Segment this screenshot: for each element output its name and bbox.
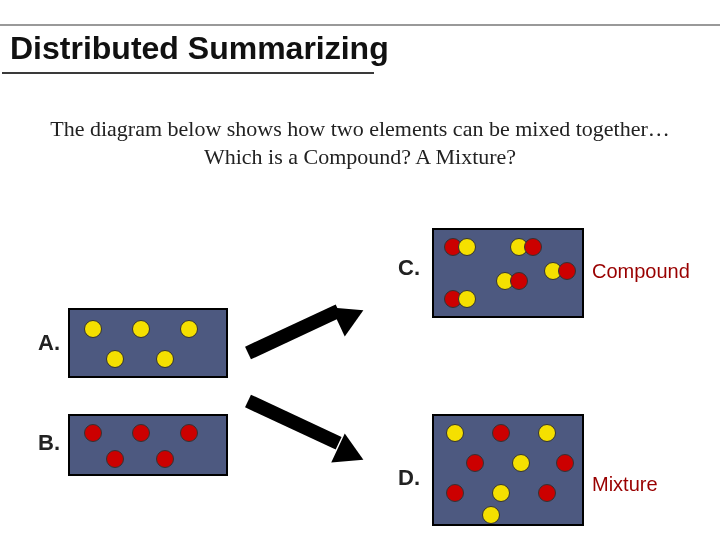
atom-red <box>492 424 510 442</box>
arrow-head-icon <box>331 296 370 337</box>
atom-red <box>446 484 464 502</box>
atom-red <box>132 424 150 442</box>
atom-yellow <box>458 238 476 256</box>
atom-red <box>180 424 198 442</box>
label-b: B. <box>38 430 60 456</box>
title-underline <box>2 72 374 74</box>
atom-red <box>466 454 484 472</box>
atom-red <box>556 454 574 472</box>
atom-yellow <box>538 424 556 442</box>
atom-red <box>156 450 174 468</box>
atom-yellow <box>106 350 124 368</box>
atom-red <box>84 424 102 442</box>
box-d <box>432 414 584 526</box>
label-d: D. <box>398 465 420 491</box>
box-b <box>68 414 228 476</box>
top-rule <box>0 24 720 26</box>
atom-yellow <box>482 506 500 524</box>
atom-yellow <box>84 320 102 338</box>
atom-yellow <box>492 484 510 502</box>
atom-red <box>510 272 528 290</box>
atom-yellow <box>512 454 530 472</box>
arrow-to-d <box>245 395 342 450</box>
arrow-to-c <box>245 304 342 359</box>
answer-compound: Compound <box>592 260 690 283</box>
atom-red <box>524 238 542 256</box>
box-c <box>432 228 584 318</box>
atom-yellow <box>156 350 174 368</box>
box-a <box>68 308 228 378</box>
atom-yellow <box>458 290 476 308</box>
page-title: Distributed Summarizing <box>6 30 393 67</box>
answer-mixture: Mixture <box>592 473 658 496</box>
label-a: A. <box>38 330 60 356</box>
question-text: The diagram below shows how two elements… <box>0 115 720 170</box>
atom-yellow <box>180 320 198 338</box>
atom-red <box>538 484 556 502</box>
atom-yellow <box>446 424 464 442</box>
atom-red <box>106 450 124 468</box>
label-c: C. <box>398 255 420 281</box>
atom-red <box>558 262 576 280</box>
atom-yellow <box>132 320 150 338</box>
